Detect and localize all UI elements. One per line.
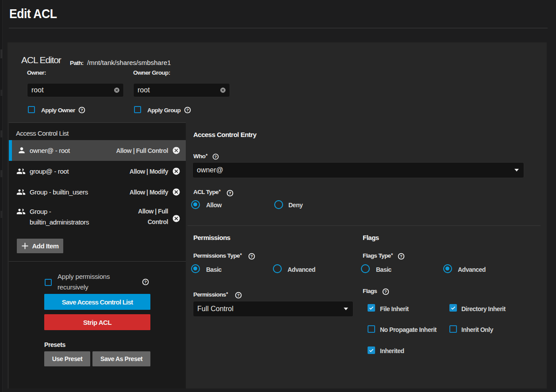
svg-text:?: ? bbox=[250, 254, 253, 259]
svg-text:?: ? bbox=[215, 155, 217, 159]
svg-text:?: ? bbox=[237, 293, 240, 297]
svg-text:?: ? bbox=[384, 289, 387, 294]
svg-text:?: ? bbox=[144, 279, 147, 284]
svg-text:?: ? bbox=[229, 190, 231, 195]
svg-text:?: ? bbox=[81, 107, 83, 112]
svg-text:?: ? bbox=[186, 107, 189, 112]
svg-text:?: ? bbox=[400, 254, 403, 259]
